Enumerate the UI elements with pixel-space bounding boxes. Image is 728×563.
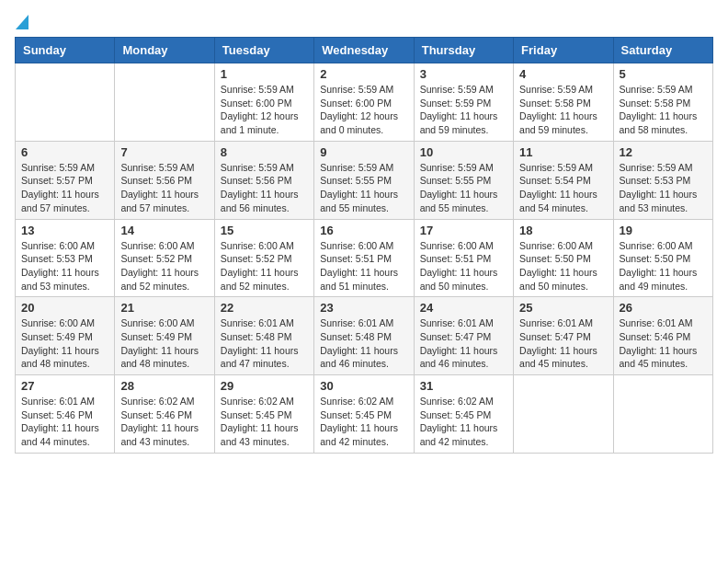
day-info: Sunrise: 6:00 AM Sunset: 5:51 PM Dayligh… xyxy=(420,239,507,293)
day-number: 23 xyxy=(320,301,407,315)
day-info: Sunrise: 5:59 AM Sunset: 5:58 PM Dayligh… xyxy=(620,83,707,137)
calendar-cell: 1Sunrise: 5:59 AM Sunset: 6:00 PM Daylig… xyxy=(214,63,313,142)
day-number: 24 xyxy=(420,301,507,315)
calendar-cell xyxy=(613,375,712,454)
day-number: 13 xyxy=(21,224,108,237)
calendar-cell: 13Sunrise: 6:00 AM Sunset: 5:53 PM Dayli… xyxy=(16,219,115,297)
calendar-cell: 17Sunrise: 6:00 AM Sunset: 5:51 PM Dayli… xyxy=(414,219,513,297)
calendar-cell xyxy=(115,63,214,142)
day-number: 20 xyxy=(21,301,108,315)
weekday-header-sunday: Sunday xyxy=(16,38,115,63)
week-row-2: 6Sunrise: 5:59 AM Sunset: 5:57 PM Daylig… xyxy=(16,141,713,219)
calendar-cell: 10Sunrise: 5:59 AM Sunset: 5:55 PM Dayli… xyxy=(414,141,513,219)
calendar-cell: 26Sunrise: 6:01 AM Sunset: 5:46 PM Dayli… xyxy=(613,297,712,375)
calendar-cell xyxy=(16,63,115,142)
day-number: 11 xyxy=(519,145,607,159)
day-number: 16 xyxy=(320,224,407,237)
calendar-cell: 27Sunrise: 6:01 AM Sunset: 5:46 PM Dayli… xyxy=(16,375,115,454)
day-number: 31 xyxy=(420,379,507,393)
day-number: 3 xyxy=(420,67,507,81)
week-row-1: 1Sunrise: 5:59 AM Sunset: 6:00 PM Daylig… xyxy=(16,63,713,142)
calendar-cell: 20Sunrise: 6:00 AM Sunset: 5:49 PM Dayli… xyxy=(16,297,115,375)
day-info: Sunrise: 6:00 AM Sunset: 5:50 PM Dayligh… xyxy=(620,239,707,293)
day-number: 4 xyxy=(519,67,607,81)
calendar-cell: 29Sunrise: 6:02 AM Sunset: 5:45 PM Dayli… xyxy=(214,375,313,454)
calendar-cell: 30Sunrise: 6:02 AM Sunset: 5:45 PM Dayli… xyxy=(314,375,414,454)
day-info: Sunrise: 6:00 AM Sunset: 5:49 PM Dayligh… xyxy=(21,316,108,371)
day-info: Sunrise: 5:59 AM Sunset: 5:58 PM Dayligh… xyxy=(519,83,607,137)
calendar-cell: 2Sunrise: 5:59 AM Sunset: 6:00 PM Daylig… xyxy=(314,63,414,142)
day-number: 7 xyxy=(120,145,208,159)
day-number: 9 xyxy=(320,145,407,159)
week-row-3: 13Sunrise: 6:00 AM Sunset: 5:53 PM Dayli… xyxy=(16,219,713,297)
day-number: 19 xyxy=(620,224,707,237)
weekday-header-thursday: Thursday xyxy=(414,38,513,63)
day-number: 25 xyxy=(519,301,607,315)
calendar-cell: 5Sunrise: 5:59 AM Sunset: 5:58 PM Daylig… xyxy=(613,63,712,142)
day-number: 14 xyxy=(120,224,208,237)
day-info: Sunrise: 5:59 AM Sunset: 5:56 PM Dayligh… xyxy=(120,161,208,215)
calendar-cell xyxy=(514,375,613,454)
day-info: Sunrise: 5:59 AM Sunset: 5:55 PM Dayligh… xyxy=(320,161,407,215)
calendar-cell: 24Sunrise: 6:01 AM Sunset: 5:47 PM Dayli… xyxy=(414,297,513,375)
day-number: 21 xyxy=(120,301,208,315)
calendar-cell: 12Sunrise: 5:59 AM Sunset: 5:53 PM Dayli… xyxy=(613,141,712,219)
calendar-cell: 6Sunrise: 5:59 AM Sunset: 5:57 PM Daylig… xyxy=(16,141,115,219)
day-info: Sunrise: 5:59 AM Sunset: 5:55 PM Dayligh… xyxy=(420,161,507,215)
day-info: Sunrise: 6:00 AM Sunset: 5:52 PM Dayligh… xyxy=(221,239,308,293)
day-info: Sunrise: 6:00 AM Sunset: 5:49 PM Dayligh… xyxy=(120,316,208,371)
weekday-header-monday: Monday xyxy=(115,38,214,63)
day-info: Sunrise: 6:01 AM Sunset: 5:46 PM Dayligh… xyxy=(620,316,707,371)
day-info: Sunrise: 5:59 AM Sunset: 6:00 PM Dayligh… xyxy=(221,83,308,137)
calendar-cell: 21Sunrise: 6:00 AM Sunset: 5:49 PM Dayli… xyxy=(115,297,214,375)
calendar-cell: 25Sunrise: 6:01 AM Sunset: 5:47 PM Dayli… xyxy=(514,297,613,375)
day-info: Sunrise: 6:00 AM Sunset: 5:52 PM Dayligh… xyxy=(120,239,208,293)
calendar-cell: 23Sunrise: 6:01 AM Sunset: 5:48 PM Dayli… xyxy=(314,297,414,375)
weekday-header-row: SundayMondayTuesdayWednesdayThursdayFrid… xyxy=(16,38,713,63)
day-info: Sunrise: 6:01 AM Sunset: 5:46 PM Dayligh… xyxy=(21,395,108,449)
weekday-header-friday: Friday xyxy=(514,38,613,63)
day-info: Sunrise: 5:59 AM Sunset: 5:57 PM Dayligh… xyxy=(21,161,108,215)
weekday-header-saturday: Saturday xyxy=(613,38,712,63)
day-info: Sunrise: 5:59 AM Sunset: 5:53 PM Dayligh… xyxy=(620,161,707,215)
day-number: 26 xyxy=(620,301,707,315)
day-info: Sunrise: 6:01 AM Sunset: 5:48 PM Dayligh… xyxy=(221,316,308,371)
day-number: 10 xyxy=(420,145,507,159)
day-info: Sunrise: 6:01 AM Sunset: 5:47 PM Dayligh… xyxy=(420,316,507,371)
calendar-cell: 11Sunrise: 5:59 AM Sunset: 5:54 PM Dayli… xyxy=(514,141,613,219)
calendar-cell: 16Sunrise: 6:00 AM Sunset: 5:51 PM Dayli… xyxy=(314,219,414,297)
calendar-cell: 3Sunrise: 5:59 AM Sunset: 5:59 PM Daylig… xyxy=(414,63,513,142)
day-info: Sunrise: 6:01 AM Sunset: 5:48 PM Dayligh… xyxy=(320,316,407,371)
day-info: Sunrise: 6:02 AM Sunset: 5:45 PM Dayligh… xyxy=(320,395,407,449)
logo xyxy=(15,15,29,26)
day-number: 2 xyxy=(320,67,407,81)
day-info: Sunrise: 5:59 AM Sunset: 5:59 PM Dayligh… xyxy=(420,83,507,137)
calendar-cell: 22Sunrise: 6:01 AM Sunset: 5:48 PM Dayli… xyxy=(214,297,313,375)
day-info: Sunrise: 5:59 AM Sunset: 5:56 PM Dayligh… xyxy=(221,161,308,215)
day-info: Sunrise: 5:59 AM Sunset: 6:00 PM Dayligh… xyxy=(320,83,407,137)
day-info: Sunrise: 6:01 AM Sunset: 5:47 PM Dayligh… xyxy=(519,316,607,371)
day-number: 8 xyxy=(221,145,308,159)
calendar: SundayMondayTuesdayWednesdayThursdayFrid… xyxy=(15,37,713,454)
calendar-cell: 9Sunrise: 5:59 AM Sunset: 5:55 PM Daylig… xyxy=(314,141,414,219)
calendar-cell: 31Sunrise: 6:02 AM Sunset: 5:45 PM Dayli… xyxy=(414,375,513,454)
day-number: 17 xyxy=(420,224,507,237)
day-info: Sunrise: 5:59 AM Sunset: 5:54 PM Dayligh… xyxy=(519,161,607,215)
logo-triangle-icon xyxy=(16,15,28,29)
calendar-cell: 4Sunrise: 5:59 AM Sunset: 5:58 PM Daylig… xyxy=(514,63,613,142)
week-row-4: 20Sunrise: 6:00 AM Sunset: 5:49 PM Dayli… xyxy=(16,297,713,375)
day-number: 29 xyxy=(221,379,308,393)
calendar-cell: 14Sunrise: 6:00 AM Sunset: 5:52 PM Dayli… xyxy=(115,219,214,297)
day-number: 18 xyxy=(519,224,607,237)
calendar-cell: 7Sunrise: 5:59 AM Sunset: 5:56 PM Daylig… xyxy=(115,141,214,219)
day-number: 15 xyxy=(221,224,308,237)
day-number: 22 xyxy=(221,301,308,315)
week-row-5: 27Sunrise: 6:01 AM Sunset: 5:46 PM Dayli… xyxy=(16,375,713,454)
calendar-cell: 28Sunrise: 6:02 AM Sunset: 5:46 PM Dayli… xyxy=(115,375,214,454)
calendar-cell: 18Sunrise: 6:00 AM Sunset: 5:50 PM Dayli… xyxy=(514,219,613,297)
calendar-cell: 8Sunrise: 5:59 AM Sunset: 5:56 PM Daylig… xyxy=(214,141,313,219)
day-info: Sunrise: 6:02 AM Sunset: 5:45 PM Dayligh… xyxy=(221,395,308,449)
day-info: Sunrise: 6:00 AM Sunset: 5:51 PM Dayligh… xyxy=(320,239,407,293)
day-info: Sunrise: 6:00 AM Sunset: 5:50 PM Dayligh… xyxy=(519,239,607,293)
day-info: Sunrise: 6:02 AM Sunset: 5:45 PM Dayligh… xyxy=(420,395,507,449)
